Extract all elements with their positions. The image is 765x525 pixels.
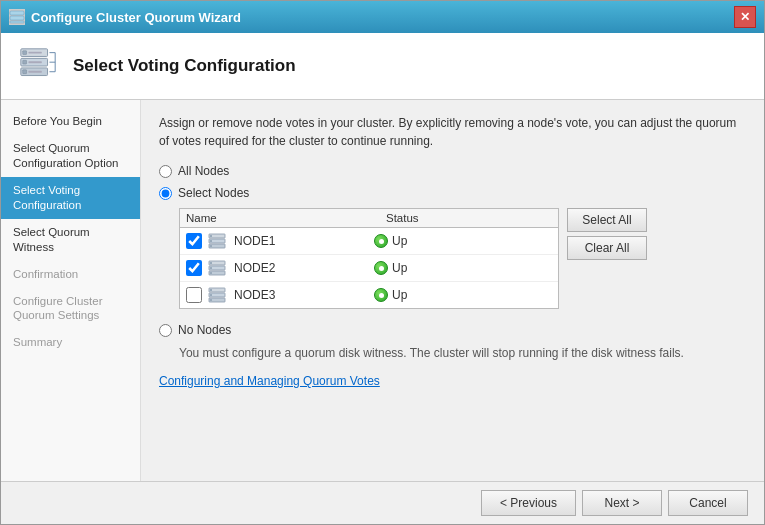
header-band: Select Voting Configuration [1, 33, 764, 100]
title-bar-left: Configure Cluster Quorum Wizard [9, 9, 241, 25]
select-all-button[interactable]: Select All [567, 208, 647, 232]
all-nodes-option[interactable]: All Nodes [159, 164, 746, 178]
header-icon [17, 45, 59, 87]
help-link[interactable]: Configuring and Managing Quorum Votes [159, 374, 380, 388]
svg-rect-21 [210, 245, 212, 247]
node3-status-icon [374, 288, 388, 302]
col-status-header: Status [386, 212, 419, 224]
page-title: Select Voting Configuration [73, 56, 296, 76]
all-nodes-label[interactable]: All Nodes [178, 164, 229, 178]
node1-name: NODE1 [234, 234, 374, 248]
svg-rect-4 [23, 51, 27, 55]
sidebar: Before You Begin Select Quorum Configura… [1, 100, 141, 481]
no-nodes-description: You must configure a quorum disk witness… [179, 345, 746, 362]
sidebar-item-confirmation: Confirmation [1, 261, 140, 288]
node2-name: NODE2 [234, 261, 374, 275]
svg-rect-10 [23, 70, 27, 74]
node2-checkbox[interactable] [186, 260, 202, 276]
select-nodes-label[interactable]: Select Nodes [178, 186, 249, 200]
col-name-header: Name [186, 212, 386, 224]
svg-rect-19 [210, 240, 212, 242]
cancel-button[interactable]: Cancel [668, 490, 748, 516]
next-button[interactable]: Next > [582, 490, 662, 516]
nodes-table: Name Status [179, 208, 559, 309]
table-header: Name Status [180, 209, 558, 228]
no-nodes-label[interactable]: No Nodes [178, 323, 231, 337]
window-title: Configure Cluster Quorum Wizard [31, 10, 241, 25]
previous-button[interactable]: < Previous [481, 490, 576, 516]
select-nodes-radio[interactable] [159, 187, 172, 200]
svg-rect-17 [210, 235, 212, 237]
svg-rect-23 [210, 262, 212, 264]
svg-rect-27 [210, 272, 212, 274]
svg-rect-31 [210, 294, 212, 296]
node3-server-icon [208, 286, 228, 304]
table-buttons: Select All Clear All [567, 208, 647, 260]
node2-status: Up [374, 261, 407, 275]
node1-checkbox[interactable] [186, 233, 202, 249]
sidebar-item-before-you-begin[interactable]: Before You Begin [1, 108, 140, 135]
svg-rect-5 [28, 52, 41, 54]
sidebar-item-select-quorum-config[interactable]: Select Quorum Configuration Option [1, 135, 140, 177]
title-bar: Configure Cluster Quorum Wizard ✕ [1, 1, 764, 33]
sidebar-item-summary: Summary [1, 329, 140, 356]
node3-status: Up [374, 288, 407, 302]
svg-rect-11 [28, 71, 41, 73]
node1-status-icon [374, 234, 388, 248]
close-button[interactable]: ✕ [734, 6, 756, 28]
svg-rect-2 [10, 21, 24, 23]
app-icon [9, 9, 25, 25]
main-content: Before You Begin Select Quorum Configura… [1, 100, 764, 481]
no-nodes-option[interactable]: No Nodes [159, 323, 746, 337]
select-nodes-option[interactable]: Select Nodes [159, 186, 746, 200]
footer: < Previous Next > Cancel [1, 481, 764, 524]
node3-checkbox[interactable] [186, 287, 202, 303]
svg-rect-1 [10, 16, 24, 20]
table-row: NODE3 Up [180, 282, 558, 308]
description-text: Assign or remove node votes in your clus… [159, 114, 746, 150]
table-row: NODE1 Up [180, 228, 558, 255]
svg-rect-29 [210, 289, 212, 291]
wizard-window: Configure Cluster Quorum Wizard ✕ [0, 0, 765, 525]
svg-rect-33 [210, 299, 212, 301]
content-area: Assign or remove node votes in your clus… [141, 100, 764, 481]
svg-rect-7 [23, 60, 27, 64]
svg-rect-0 [10, 11, 24, 15]
node2-status-icon [374, 261, 388, 275]
node2-server-icon [208, 259, 228, 277]
no-nodes-section: No Nodes You must configure a quorum dis… [159, 323, 746, 362]
all-nodes-radio[interactable] [159, 165, 172, 178]
sidebar-item-configure-cluster: Configure Cluster Quorum Settings [1, 288, 140, 330]
node1-server-icon [208, 232, 228, 250]
node1-status: Up [374, 234, 407, 248]
node3-name: NODE3 [234, 288, 374, 302]
clear-all-button[interactable]: Clear All [567, 236, 647, 260]
svg-rect-25 [210, 267, 212, 269]
sidebar-item-select-voting-config[interactable]: Select Voting Configuration [1, 177, 140, 219]
table-row: NODE2 Up [180, 255, 558, 282]
link-section: Configuring and Managing Quorum Votes [159, 374, 746, 388]
svg-rect-8 [28, 61, 41, 63]
sidebar-item-select-quorum-witness[interactable]: Select Quorum Witness [1, 219, 140, 261]
nodes-table-container: Name Status [179, 208, 746, 309]
no-nodes-radio[interactable] [159, 324, 172, 337]
